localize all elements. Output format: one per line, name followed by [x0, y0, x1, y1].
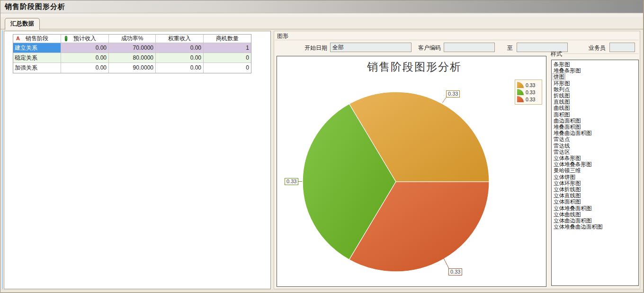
column-header-stage[interactable]: A 销售阶段: [13, 35, 61, 43]
start-date-label: 开始日期: [304, 44, 327, 52]
customer-code-from-input[interactable]: [444, 43, 495, 52]
customer-code-label: 客户编码: [418, 44, 441, 52]
style-panel-caption-line: [564, 53, 639, 54]
table-row: 建立关系 0.00 70.0000 0.00 1: [13, 43, 251, 53]
window-titlebar: 销售阶段图形分析: [0, 0, 644, 13]
style-list-item[interactable]: 条形图: [553, 62, 638, 68]
style-list-item[interactable]: 堆叠面积图: [553, 124, 638, 130]
style-list-item[interactable]: 曲边面积图: [553, 118, 638, 124]
tab-summary-data[interactable]: 汇总数据: [5, 18, 40, 30]
style-list-item[interactable]: 曼哈顿三维: [553, 168, 638, 174]
column-header-label: 预计收入: [73, 35, 96, 42]
field-marker-icon: [65, 36, 67, 41]
salesman-label: 业务员: [589, 44, 606, 52]
cell-success-rate[interactable]: 80.0000: [109, 53, 156, 63]
cell-stage[interactable]: 建立关系: [13, 43, 61, 53]
cell-opportunity-count[interactable]: 0: [204, 63, 251, 73]
chart-area: 销售阶段图形分析 0.33 0.33 0.33: [277, 56, 546, 287]
legend-entry: 0.33: [517, 89, 540, 96]
callout-line: [444, 258, 449, 268]
legend-label: 0.33: [526, 97, 535, 102]
style-list-item[interactable]: 散列点: [553, 87, 638, 93]
style-list-item[interactable]: 立体堆叠条形图: [553, 161, 638, 168]
style-list-item[interactable]: 饼图: [553, 74, 638, 80]
column-header-label: 成功率%: [121, 35, 143, 42]
graph-panel-caption: 图形: [277, 32, 288, 40]
style-list-item[interactable]: 堆叠曲边面积图: [553, 130, 638, 136]
column-header-expected-income[interactable]: 预计收入: [61, 35, 109, 43]
legend-entries: 0.330.330.33: [517, 81, 540, 103]
slice-value-label: 0.33: [448, 268, 462, 275]
window-title: 销售阶段图形分析: [5, 2, 65, 11]
summary-grid: A 销售阶段 预计收入 成功率% 权重收入 商机数量 建立关系 0.00 70.…: [13, 34, 251, 73]
legend-label: 0.33: [526, 82, 535, 88]
column-header-weighted-income[interactable]: 权重收入: [156, 35, 204, 43]
column-header-label: 销售阶段: [26, 35, 48, 42]
style-list-item[interactable]: 面积图: [553, 112, 638, 118]
chart-legend: 0.330.330.33: [515, 80, 542, 105]
cell-expected-income[interactable]: 0.00: [61, 63, 109, 73]
cell-weighted-income[interactable]: 0.00: [156, 43, 204, 53]
style-list-item[interactable]: 立体折线图: [553, 186, 638, 193]
legend-swatch-icon: [517, 89, 524, 95]
cell-opportunity-count[interactable]: 0: [204, 53, 251, 63]
cell-success-rate[interactable]: 70.0000: [109, 43, 156, 53]
cell-expected-income[interactable]: 0.00: [61, 53, 109, 63]
style-list-item[interactable]: 雷达线: [553, 143, 638, 149]
column-header-success-rate[interactable]: 成功率%: [109, 35, 156, 43]
style-list-item[interactable]: 立体条形图: [553, 155, 638, 161]
table-row: 加强关系 0.00 90.0000 0.00 0: [13, 63, 251, 73]
style-list-item[interactable]: 折线图: [553, 93, 638, 99]
style-list-item[interactable]: 雷达区: [553, 149, 638, 155]
start-date-input[interactable]: [330, 43, 411, 52]
cell-stage[interactable]: 加强关系: [13, 63, 61, 73]
cell-weighted-income[interactable]: 0.00: [156, 63, 204, 73]
window-left-accent: [2, 30, 3, 289]
style-list-item[interactable]: 堆叠条形图: [553, 68, 638, 74]
pie-chart: [277, 56, 547, 287]
style-list-item[interactable]: 直线图: [553, 99, 638, 105]
style-list-item[interactable]: 立体堆叠面积图: [553, 205, 638, 212]
graph-panel-caption-line: [275, 40, 639, 40]
titlebar-substrip: [0, 14, 644, 17]
style-list-item[interactable]: 立体曲线图: [553, 212, 638, 218]
column-header-label: 商机数量: [216, 35, 239, 42]
style-list-item[interactable]: 立体饼图: [553, 174, 638, 180]
style-list[interactable]: 条形图堆叠条形图饼图环形图散列点折线图直线图曲线图面积图曲边面积图堆叠面积图堆叠…: [551, 60, 639, 286]
style-list-item[interactable]: 立体曲边面积图: [553, 218, 638, 224]
grid-header-row: A 销售阶段 预计收入 成功率% 权重收入 商机数量: [13, 35, 251, 43]
style-list-item[interactable]: 立体堆叠曲边面积图: [553, 224, 638, 230]
cell-success-rate[interactable]: 90.0000: [109, 63, 156, 73]
sort-a-icon: A: [16, 35, 20, 43]
style-list-item[interactable]: 雷达点: [553, 136, 638, 142]
legend-label: 0.33: [526, 89, 535, 95]
style-list-item[interactable]: 立体环形图: [553, 180, 638, 186]
legend-entry: 0.33: [517, 81, 540, 89]
callout-line: [443, 98, 447, 103]
salesman-input[interactable]: [609, 43, 635, 52]
table-row: 稳定关系 0.00 80.0000 0.00 0: [13, 53, 251, 63]
cell-weighted-income[interactable]: 0.00: [156, 53, 204, 63]
cell-stage[interactable]: 稳定关系: [13, 53, 61, 63]
legend-entry: 0.33: [517, 96, 540, 103]
column-header-opportunity-count[interactable]: 商机数量: [204, 35, 251, 43]
style-panel-caption: 样式: [551, 50, 562, 58]
tab-bar: 汇总数据: [0, 17, 644, 29]
slice-value-label: 0.33: [285, 178, 298, 185]
style-list-item[interactable]: 曲线图: [553, 105, 638, 111]
summary-grid-panel: A 销售阶段 预计收入 成功率% 权重收入 商机数量 建立关系 0.00 70.…: [4, 31, 271, 289]
legend-swatch-icon: [517, 82, 524, 88]
cell-opportunity-count[interactable]: 1: [204, 43, 251, 53]
style-list-item[interactable]: 立体直线图: [553, 193, 638, 199]
column-header-label: 权重收入: [168, 35, 191, 42]
style-list-item[interactable]: 环形图: [553, 80, 638, 87]
legend-swatch-icon: [517, 96, 524, 102]
cell-expected-income[interactable]: 0.00: [61, 43, 109, 53]
window-bottom-border: [0, 290, 644, 293]
slice-value-label: 0.33: [446, 90, 460, 98]
graph-panel: 图形 开始日期 客户编码 至 业务员 销售阶段图形分析: [274, 31, 640, 289]
style-list-item[interactable]: 立体面积图: [553, 199, 638, 205]
to-label: 至: [507, 44, 513, 52]
